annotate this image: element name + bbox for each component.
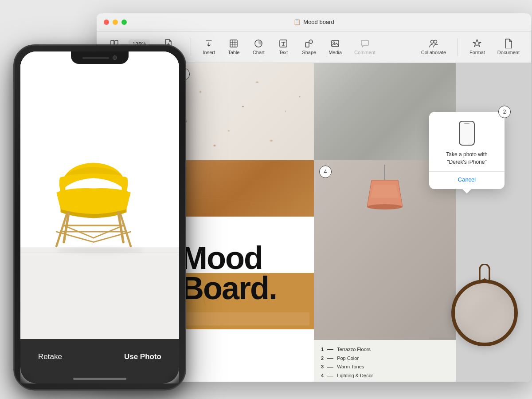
svg-line-36	[56, 232, 94, 242]
close-button[interactable]	[104, 20, 109, 25]
caption-2: 2 Pop Color	[321, 354, 449, 363]
notch-camera	[113, 55, 117, 60]
page-badge-4: 4	[319, 166, 332, 178]
shape-label: Shape	[302, 50, 316, 55]
mood-board-document: 1 Mood Board.	[172, 63, 456, 382]
svg-point-14	[333, 42, 335, 43]
format-label: Format	[469, 50, 485, 55]
caption-1: 1 Terrazzo Floors	[321, 345, 449, 354]
window-title-text: Mood board	[303, 19, 334, 25]
use-photo-button[interactable]: Use Photo	[124, 352, 161, 361]
svg-point-16	[434, 40, 437, 43]
toolbar-format[interactable]: Format	[465, 36, 489, 58]
captions-area: 1 Terrazzo Floors 2 Pop Color 3 W	[314, 340, 456, 382]
text-icon	[278, 39, 288, 48]
svg-point-15	[430, 40, 434, 43]
document-label: Document	[497, 50, 520, 55]
toolbar-shape[interactable]: Shape	[297, 36, 321, 58]
chair-shadow	[56, 248, 144, 253]
media-icon	[330, 39, 340, 48]
mood-title: Mood Board.	[181, 243, 277, 304]
media-label: Media	[329, 50, 342, 55]
toolbar-table[interactable]: Table	[223, 36, 244, 58]
svg-point-27	[367, 204, 403, 209]
insert-label: Insert	[203, 50, 215, 55]
caption-4: 4 Lighting & Decor	[321, 371, 449, 380]
popup-tail	[462, 189, 471, 194]
svg-rect-4	[230, 40, 237, 47]
lamp-svg	[367, 165, 403, 227]
retake-button[interactable]: Retake	[38, 352, 62, 361]
mirror-glass	[451, 280, 518, 346]
chair-scene	[20, 51, 179, 339]
collaborate-icon	[429, 39, 438, 48]
text-label: Text	[279, 50, 288, 55]
minimize-button[interactable]	[113, 20, 118, 25]
titlebar-top: 📋 Mood board	[97, 13, 531, 31]
notch-speaker	[82, 57, 109, 59]
document-icon: 📋	[293, 19, 301, 26]
svg-line-37	[94, 232, 131, 242]
toolbar-collaborate[interactable]: Collaborate	[417, 36, 450, 58]
table-icon	[229, 39, 239, 48]
doc-bottom: Mood Board.	[172, 160, 456, 382]
insert-icon	[204, 39, 214, 48]
toolbar-chart[interactable]: Chart	[248, 36, 269, 58]
popup-phone-icon	[459, 121, 475, 146]
comment-label: Comment	[354, 50, 376, 55]
svg-point-12	[309, 40, 313, 43]
mirror-strap-top	[451, 264, 518, 282]
mirror-container	[451, 264, 518, 346]
yellow-chair-svg	[31, 143, 155, 259]
traffic-lights	[104, 20, 127, 25]
iphone-screen: Retake Use Photo	[20, 51, 179, 383]
home-indicator	[73, 378, 126, 380]
chart-label: Chart	[253, 50, 265, 55]
iphone-notch	[71, 51, 129, 64]
toolbar-document[interactable]: Document	[493, 36, 524, 58]
bottom-right-panel: 4	[314, 160, 456, 382]
iphone-bottom-bar: Retake Use Photo	[20, 339, 179, 383]
toolbar-sep-2	[458, 38, 458, 56]
chart-icon	[254, 39, 263, 48]
toolbar-comment[interactable]: Comment	[350, 36, 380, 58]
bottom-left-panel: Mood Board.	[172, 160, 314, 382]
floor-bg	[20, 247, 179, 339]
table-label: Table	[228, 50, 239, 55]
toolbar-sep-1	[191, 38, 191, 56]
svg-rect-13	[332, 40, 339, 47]
window-title: 📋 Mood board	[293, 19, 334, 26]
popup-title: Take a photo with"Derek's iPhone"	[440, 151, 494, 166]
caption-3: 3 Warm Tones	[321, 363, 449, 371]
format-icon	[472, 39, 482, 48]
iphone-photo	[20, 51, 179, 339]
popup-badge-2: 2	[498, 106, 511, 118]
iphone-device: Retake Use Photo	[13, 44, 186, 391]
shape-icon	[304, 39, 314, 48]
svg-rect-11	[305, 43, 309, 47]
terrazzo-panel: 1	[172, 63, 314, 160]
toolbar-text[interactable]: Text	[273, 36, 294, 58]
iphone-popup: 2 Take a photo with"Derek's iPhone" Canc…	[429, 112, 505, 189]
toolbar-insert[interactable]: Insert	[198, 36, 219, 58]
popup-cancel-button[interactable]: Cancel	[440, 172, 494, 186]
collaborate-label: Collaborate	[421, 50, 446, 55]
document-icon	[504, 39, 513, 48]
iphone-shell: Retake Use Photo	[13, 44, 186, 391]
comment-icon	[360, 39, 370, 48]
terrazzo-texture	[172, 63, 314, 160]
toolbar-media[interactable]: Media	[324, 36, 346, 58]
maximize-button[interactable]	[121, 20, 127, 25]
